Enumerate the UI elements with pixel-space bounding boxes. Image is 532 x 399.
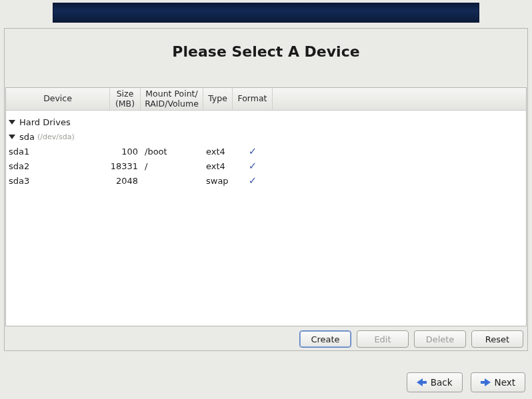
edit-button: Edit <box>357 330 409 348</box>
device-panel: Please Select A Device Device Size (MB) … <box>4 28 528 351</box>
back-button[interactable]: Back <box>407 372 463 392</box>
table-header: Device Size (MB) Mount Point/ RAID/Volum… <box>6 88 526 111</box>
back-label: Back <box>431 377 453 388</box>
col-size[interactable]: Size (MB) <box>110 88 141 110</box>
col-format[interactable]: Format <box>233 88 273 110</box>
partition-name: sda1 <box>9 147 29 157</box>
next-label: Next <box>495 377 515 388</box>
partition-size: 2048 <box>110 176 141 186</box>
partition-type: ext4 <box>203 147 233 157</box>
partition-row[interactable]: sda3 2048 swap ✓ <box>6 173 526 188</box>
format-check-icon: ✓ <box>233 175 273 187</box>
partition-name: sda3 <box>9 176 29 186</box>
create-button[interactable]: Create <box>299 330 351 348</box>
format-check-icon: ✓ <box>233 145 273 157</box>
partition-mount: /boot <box>141 147 203 157</box>
group-row-hard-drives[interactable]: Hard Drives <box>6 115 526 129</box>
arrow-right-icon <box>481 378 491 386</box>
disk-name: sda <box>19 132 35 142</box>
partition-size: 100 <box>110 147 141 157</box>
col-mount[interactable]: Mount Point/ RAID/Volume <box>141 88 203 110</box>
expander-icon[interactable] <box>9 120 15 125</box>
partition-row[interactable]: sda2 18331 / ext4 ✓ <box>6 159 526 173</box>
partition-type: ext4 <box>203 161 233 171</box>
next-button[interactable]: Next <box>471 372 525 392</box>
partition-type: swap <box>203 176 233 186</box>
arrow-left-icon <box>417 378 427 386</box>
expander-icon[interactable] <box>9 135 15 139</box>
partition-name: sda2 <box>9 161 29 171</box>
group-label: Hard Drives <box>19 117 71 127</box>
device-table: Device Size (MB) Mount Point/ RAID/Volum… <box>5 87 527 326</box>
reset-button[interactable]: Reset <box>471 330 523 348</box>
disk-path: (/dev/sda) <box>37 133 75 141</box>
partition-row[interactable]: sda1 100 /boot ext4 ✓ <box>6 144 526 159</box>
action-buttons: Create Edit Delete Reset <box>5 330 523 348</box>
header-banner <box>53 3 479 23</box>
page-title: Please Select A Device <box>5 29 527 72</box>
partition-size: 18331 <box>110 161 141 171</box>
nav-buttons: Back Next <box>407 372 525 392</box>
col-type[interactable]: Type <box>203 88 233 110</box>
delete-button: Delete <box>414 330 466 348</box>
col-device[interactable]: Device <box>6 88 110 110</box>
table-body: Hard Drives sda (/dev/sda) sda1 100 /boo… <box>6 111 526 188</box>
partition-mount: / <box>141 161 203 171</box>
disk-row-sda[interactable]: sda (/dev/sda) <box>6 129 526 144</box>
format-check-icon: ✓ <box>233 160 273 172</box>
